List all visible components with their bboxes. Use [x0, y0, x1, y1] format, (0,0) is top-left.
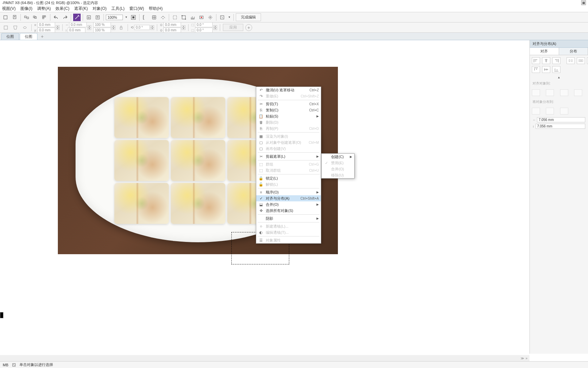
skew-y[interactable]: 0.0 ° — [195, 28, 213, 33]
align-target-1[interactable] — [532, 89, 540, 96]
ctx-crop[interactable]: ✂剪裁遮罩(L)▶ — [256, 153, 321, 159]
tool-hist[interactable] — [189, 14, 196, 21]
finish-edit-button[interactable]: 完成编辑 — [236, 13, 261, 21]
tool-export[interactable] — [94, 14, 101, 21]
launch-dropdown[interactable]: ▼ — [227, 16, 231, 19]
pos-x[interactable]: 0.0 mm — [37, 22, 55, 27]
tool-5[interactable] — [40, 14, 48, 21]
align-target-3[interactable] — [560, 89, 568, 96]
tool-3[interactable] — [23, 14, 30, 21]
doc-tab-2[interactable]: 位图 — [20, 33, 37, 40]
tool-grid[interactable] — [150, 14, 158, 21]
align-target-2[interactable] — [546, 89, 554, 96]
align-top[interactable] — [532, 66, 540, 73]
dist-target-2[interactable] — [546, 108, 554, 114]
color-swatch[interactable] — [0, 312, 3, 318]
spin-down[interactable]: ▼ — [150, 28, 154, 30]
doc-tab-1[interactable]: 位图 — [1, 33, 19, 40]
tool-snap2[interactable] — [180, 14, 187, 21]
ctx-selall[interactable]: ✥选择所有对象(S) — [256, 208, 321, 214]
ctx-order[interactable]: ≡顺序(O)▶ — [256, 189, 321, 195]
tool-import[interactable] — [85, 14, 93, 21]
scroll-bar[interactable]: ≫ » — [0, 355, 529, 361]
prop-shape2[interactable] — [12, 24, 19, 31]
ctx-cut[interactable]: ✂剪切(T)Ctrl+X — [256, 101, 321, 107]
undo-icon[interactable] — [52, 14, 60, 21]
tool-1[interactable] — [2, 14, 10, 21]
tab-distribute[interactable]: 分布 — [559, 48, 588, 55]
spacing-h[interactable]: 7.056 mm — [537, 117, 585, 122]
menu-help[interactable]: 帮助(H) — [149, 6, 163, 12]
tool-rec[interactable] — [198, 14, 205, 21]
pos-y[interactable]: 0.0 mm — [37, 28, 55, 33]
tool-4[interactable] — [32, 14, 39, 21]
title-icon[interactable]: ▦ — [581, 0, 586, 5]
prop-shape1[interactable] — [2, 24, 10, 31]
tool-ruler[interactable] — [142, 14, 149, 21]
size-w[interactable]: 0.0 mm — [69, 22, 87, 27]
dist-target-1[interactable] — [532, 108, 540, 114]
spin-up[interactable]: ▲ — [87, 25, 91, 28]
spin-down[interactable]: ▼ — [87, 28, 91, 30]
align-target-4[interactable] — [574, 89, 582, 96]
spin-down[interactable]: ▼ — [56, 28, 60, 30]
tool-snap1[interactable] — [171, 14, 179, 21]
menu-tool[interactable]: 工具(L) — [111, 6, 125, 12]
skew-x[interactable]: 0.0 ° — [195, 22, 213, 27]
ctx-copy[interactable]: ⎘复制(C)Ctrl+C — [256, 107, 321, 113]
ctx-paste[interactable]: 📋粘贴(S)▶ — [256, 113, 321, 119]
gear-icon[interactable] — [207, 14, 214, 21]
center-y[interactable]: 0.0 mm — [163, 28, 181, 33]
scale-x[interactable]: 100 % — [93, 22, 111, 27]
ctx-shadow[interactable]: 阴影▶ — [256, 215, 321, 221]
tool-launch[interactable] — [218, 14, 226, 21]
scale-y[interactable]: 100 % — [93, 28, 111, 33]
ctx-merge[interactable]: ⬓合并(O)▶ — [256, 201, 321, 208]
zoom-input[interactable]: 100% — [106, 15, 123, 20]
spin-up[interactable]: ▲ — [112, 25, 115, 28]
spacing-v[interactable]: 7.056 mm — [536, 124, 586, 129]
tool-guides[interactable] — [159, 14, 167, 21]
align-left[interactable] — [532, 57, 540, 64]
redo-icon[interactable] — [61, 14, 69, 21]
spin-down[interactable]: ▼ — [112, 28, 115, 30]
plus-icon[interactable]: + — [245, 24, 252, 31]
tab-align[interactable]: 对齐 — [530, 48, 559, 55]
menu-view[interactable]: 视图(V) — [2, 6, 16, 12]
tool-fit[interactable] — [130, 14, 137, 21]
align-bottom[interactable] — [552, 66, 560, 73]
zoom-dropdown[interactable]: ▼ — [124, 16, 128, 19]
expand-toggle[interactable]: ▲ — [530, 75, 588, 80]
rotation[interactable]: 0.0 ° — [134, 25, 150, 30]
menu-object[interactable]: 对象(O) — [93, 6, 107, 12]
spin-down[interactable]: ▼ — [213, 28, 217, 30]
menu-window[interactable]: 窗口(W) — [129, 6, 144, 12]
align-center-v[interactable] — [542, 66, 550, 73]
spin-up[interactable]: ▲ — [150, 25, 154, 28]
tool-wand[interactable] — [73, 14, 81, 21]
menu-image[interactable]: 图像(I) — [20, 6, 32, 12]
size-h[interactable]: 0.0 mm — [68, 28, 85, 33]
menu-effect[interactable]: 效果(C) — [55, 6, 69, 12]
ctx-undo[interactable]: ↶撤消(U) 遮罩移动Ctrl+Z — [256, 87, 321, 93]
new-tab-icon[interactable]: + — [38, 33, 46, 40]
tool-2[interactable] — [11, 14, 18, 21]
prop-shape3[interactable] — [21, 24, 29, 31]
spin-up[interactable]: ▲ — [56, 25, 60, 28]
menu-mask[interactable]: 遮罩(K) — [74, 6, 88, 12]
center-x[interactable]: 0.0 mm — [163, 22, 181, 27]
spin-up[interactable]: ▲ — [213, 25, 217, 28]
align-right[interactable] — [552, 57, 560, 64]
sub-item[interactable]: 创建(C)▶ — [322, 154, 354, 160]
dist-2[interactable] — [577, 57, 585, 64]
ctx-lock[interactable]: 🔒锁定(L) — [256, 175, 321, 181]
lock-ratio-icon[interactable] — [117, 24, 125, 31]
dist-target-3[interactable] — [560, 108, 568, 114]
align-center-h[interactable] — [542, 57, 550, 64]
apply-button[interactable]: 应用 — [223, 24, 243, 31]
ctx-align[interactable]: ✓对齐与分布(A)Ctrl+Shift+A — [256, 195, 321, 201]
dist-1[interactable] — [567, 57, 575, 64]
spin-up[interactable]: ▲ — [182, 25, 185, 28]
menu-adjust[interactable]: 调整(A) — [37, 6, 51, 12]
spin-down[interactable]: ▼ — [182, 28, 185, 30]
